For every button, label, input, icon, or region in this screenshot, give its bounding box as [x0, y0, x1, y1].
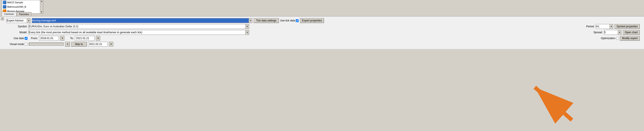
- expert-advisor-type-wrapper[interactable]: Expert Advisor ▼: [6, 18, 30, 23]
- spread-select[interactable]: 5: [604, 30, 622, 35]
- symbol-row: Symbol: EURAUDm, Euro vs Australian Doll…: [6, 24, 640, 29]
- main-content: × Expert Advisor ▼ Moving Average.ex4 ▼ …: [0, 16, 644, 131]
- visual-mode-checkbox[interactable]: [25, 43, 28, 46]
- nav-list: MACD Sample Mahmoud1990_B Moving Average…: [2, 0, 43, 14]
- from-label: From:: [31, 37, 38, 40]
- use-date-label: Use date: [6, 37, 24, 40]
- to-label: To:: [70, 37, 74, 40]
- tabs-row: Common Favorites: [2, 12, 32, 16]
- visual-mode-row: Visual mode ⏸ Skip to ▼: [6, 42, 640, 47]
- from-date-input[interactable]: [39, 36, 59, 41]
- symbol-properties-button[interactable]: Symbol properties: [614, 24, 640, 29]
- period-wrapper[interactable]: H1 ▼: [596, 24, 613, 29]
- nav-icon-macd: [3, 1, 6, 4]
- use-date-checkbox[interactable]: [25, 37, 28, 40]
- expert-advisor-type-select[interactable]: Expert Advisor: [6, 18, 30, 23]
- use-tick-data-label: Use tick data: [280, 19, 295, 22]
- expert-properties-button[interactable]: Expert properties: [300, 18, 324, 23]
- nav-scroll-btn[interactable]: ▲ ▼: [40, 0, 43, 13]
- to-cal-button[interactable]: ▼: [96, 36, 100, 41]
- model-select[interactable]: Every tick (the most precise method base…: [28, 30, 249, 35]
- from-cal-button[interactable]: ▼: [60, 36, 64, 41]
- form-section: × Expert Advisor ▼ Moving Average.ex4 ▼ …: [0, 16, 644, 49]
- symbol-wrapper[interactable]: EURAUDm, Euro vs Australian Dollar (3.2)…: [28, 24, 249, 29]
- symbol-label: Symbol:: [6, 25, 27, 28]
- lower-area: [0, 49, 644, 131]
- top-panel: MACD Sample Mahmoud1990_B Moving Average…: [0, 0, 644, 16]
- expert-advisor-select[interactable]: Moving Average.ex4: [32, 18, 252, 23]
- open-chart-button[interactable]: Open chart: [623, 30, 640, 35]
- pause-button[interactable]: ⏸: [65, 42, 70, 47]
- symbol-select[interactable]: EURAUDm, Euro vs Australian Dollar (3.2): [28, 24, 249, 29]
- visual-mode-wrapper: Visual mode: [6, 43, 28, 46]
- skip-to-date-input[interactable]: [88, 42, 108, 47]
- period-select[interactable]: H1: [596, 24, 613, 29]
- model-wrapper[interactable]: Every tick (the most precise method base…: [28, 30, 249, 35]
- spread-label: Spread:: [594, 31, 603, 34]
- use-date-wrapper: Use date: [6, 37, 28, 40]
- optimization-label: Optimization: [601, 37, 616, 40]
- nav-item-mahmoud[interactable]: Mahmoud1990_B: [2, 5, 43, 9]
- close-button[interactable]: ×: [1, 17, 4, 20]
- expert-advisor-value-wrapper[interactable]: Moving Average.ex4 ▼: [32, 18, 252, 23]
- optimization-wrapper: Optimization Modify expert: [601, 36, 640, 41]
- svg-line-1: [535, 87, 572, 120]
- period-label: Period:: [586, 25, 594, 28]
- tab-common[interactable]: Common: [2, 12, 16, 16]
- skip-cal-button[interactable]: ▼: [109, 42, 113, 47]
- expert-advisor-row: Expert Advisor ▼ Moving Average.ex4 ▼ Ti…: [6, 18, 640, 23]
- skip-to-button[interactable]: Skip to: [71, 42, 87, 47]
- progress-bar: [29, 43, 64, 46]
- optimization-checkbox[interactable]: [616, 37, 619, 40]
- to-date-input[interactable]: [75, 36, 94, 41]
- visual-mode-label: Visual mode: [6, 43, 24, 46]
- nav-item-macd[interactable]: MACD Sample: [2, 0, 43, 5]
- tick-data-settings-button[interactable]: Tick data settings: [254, 18, 279, 23]
- model-row: Model: Every tick (the most precise meth…: [6, 30, 640, 35]
- use-tick-data-wrapper: Use tick data: [280, 19, 299, 22]
- date-row: Use date From: ▼ To: ▼ Optimization Modi…: [6, 36, 640, 41]
- nav-label-macd: MACD Sample: [7, 1, 23, 4]
- modify-expert-button[interactable]: Modify expert: [620, 36, 640, 41]
- nav-label-mahmoud: Mahmoud1990_B: [7, 6, 26, 8]
- tab-favorites[interactable]: Favorites: [17, 12, 32, 16]
- use-tick-data-checkbox[interactable]: [296, 19, 299, 22]
- nav-icon-mahmoud: [3, 5, 6, 9]
- orange-arrow-annotation: [518, 81, 583, 124]
- model-label: Model:: [6, 31, 27, 34]
- spread-wrapper[interactable]: 5 ▼: [604, 30, 622, 35]
